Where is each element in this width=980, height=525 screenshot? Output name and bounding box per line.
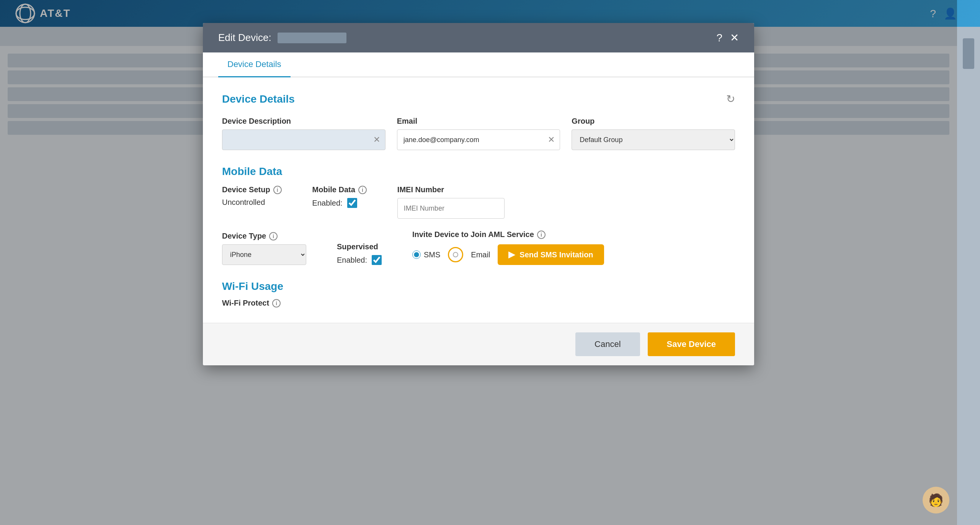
email-radio-inner: [453, 252, 458, 257]
imei-input[interactable]: [397, 198, 505, 219]
sms-option[interactable]: SMS: [412, 250, 440, 259]
scrollbar[interactable]: [957, 27, 980, 525]
invite-device-group: Invite Device to Join AML Service i SMS: [412, 230, 604, 265]
device-description-field: Device Description ✕: [222, 117, 385, 150]
save-button[interactable]: Save Device: [648, 332, 735, 356]
email-clear[interactable]: ✕: [548, 135, 555, 145]
email-option[interactable]: Email: [471, 250, 490, 259]
supervised-group: Supervised Enabled:: [337, 242, 382, 265]
email-wrap: ✕: [397, 129, 560, 150]
mobile-data-group: Mobile Data i Enabled:: [312, 185, 367, 208]
wifi-section: Wi-Fi Usage Wi-Fi Protect i: [222, 280, 735, 307]
modal-body: Device Details ↻ Device Description ✕ Em…: [203, 77, 754, 323]
modal-title: Edit Device:: [218, 32, 346, 44]
cancel-button[interactable]: Cancel: [575, 332, 640, 356]
device-setup-info-icon[interactable]: i: [273, 186, 282, 194]
email-label: Email: [397, 117, 560, 126]
modal-tabs: Device Details: [203, 52, 754, 77]
wifi-protect-label: Wi-Fi Protect i: [222, 299, 735, 307]
modal-close-icon[interactable]: ✕: [730, 31, 739, 44]
device-details-title: Device Details: [222, 93, 295, 105]
supervised-checkbox[interactable]: [372, 255, 382, 265]
chat-bubble[interactable]: 🧑: [923, 487, 949, 514]
group-select[interactable]: Default Group Group A Group B: [572, 129, 735, 150]
mobile-data-section: Mobile Data Device Setup i Uncontrolled …: [222, 165, 735, 265]
device-setup-label: Device Setup i: [222, 185, 282, 194]
sms-radio[interactable]: [412, 250, 421, 259]
device-setup-group: Device Setup i Uncontrolled: [222, 185, 282, 207]
invite-info-icon[interactable]: i: [537, 231, 546, 239]
device-setup-value: Uncontrolled: [222, 198, 282, 207]
device-details-form: Device Description ✕ Email ✕ G: [222, 117, 735, 150]
device-type-row: Device Type i iPhone iPad Android Other: [222, 230, 735, 265]
group-label: Group: [572, 117, 735, 126]
mobile-data-checkbox[interactable]: [347, 198, 357, 208]
device-description-clear[interactable]: ✕: [373, 135, 380, 145]
device-type-info-icon[interactable]: i: [269, 232, 278, 240]
imei-label: IMEI Number: [397, 185, 505, 194]
wifi-protect-info-icon[interactable]: i: [272, 299, 281, 307]
send-icon: ▶: [508, 250, 515, 260]
edit-device-modal: Edit Device: ? ✕ Device Details Device D…: [203, 23, 754, 365]
mobile-data-info-icon[interactable]: i: [358, 186, 367, 194]
group-field: Group Default Group Group A Group B: [572, 117, 735, 150]
send-sms-button[interactable]: ▶ Send SMS Invitation: [498, 244, 604, 265]
mobile-data-label: Mobile Data i: [312, 185, 367, 194]
device-description-input[interactable]: [222, 129, 385, 150]
modal-title-value: [278, 33, 346, 43]
email-field: Email ✕: [397, 117, 560, 150]
modal-header-actions: ? ✕: [716, 31, 739, 44]
invite-label: Invite Device to Join AML Service i: [412, 230, 604, 239]
device-description-wrap: ✕: [222, 129, 385, 150]
imei-field: IMEI Number: [397, 185, 505, 219]
mobile-data-grid: Device Setup i Uncontrolled Mobile Data …: [222, 185, 735, 219]
device-type-select[interactable]: iPhone iPad Android Other: [222, 244, 306, 265]
scrollbar-thumb[interactable]: [963, 38, 974, 69]
modal-footer: Cancel Save Device: [203, 323, 754, 365]
modal-help-icon[interactable]: ?: [716, 32, 722, 44]
device-type-label: Device Type i: [222, 232, 306, 240]
device-description-label: Device Description: [222, 117, 385, 126]
device-type-group: Device Type i iPhone iPad Android Other: [222, 232, 306, 265]
invite-radio-row: SMS Email ▶ Send SMS Invitation: [412, 244, 604, 265]
modal-overlay: Edit Device: ? ✕ Device Details Device D…: [0, 0, 957, 525]
email-input[interactable]: [397, 129, 560, 150]
device-details-header: Device Details ↻: [222, 93, 735, 105]
supervised-enabled-row: Enabled:: [337, 255, 382, 265]
email-radio-circle[interactable]: [448, 247, 463, 262]
mobile-data-enabled-row: Enabled:: [312, 198, 367, 208]
wifi-title: Wi-Fi Usage: [222, 280, 735, 293]
modal-title-text: Edit Device:: [218, 32, 271, 44]
refresh-icon[interactable]: ↻: [726, 93, 735, 105]
mobile-data-title: Mobile Data: [222, 165, 735, 178]
supervised-label: Supervised: [337, 242, 382, 251]
tab-device-details[interactable]: Device Details: [218, 52, 291, 77]
modal-header: Edit Device: ? ✕: [203, 23, 754, 52]
